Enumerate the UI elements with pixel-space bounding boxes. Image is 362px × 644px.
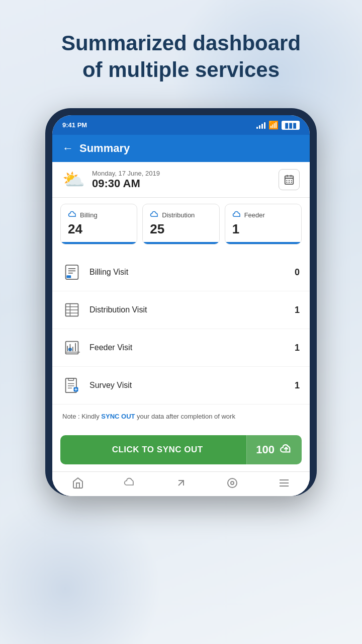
- status-bar-right: 📶 ▮▮▮: [256, 120, 300, 130]
- distribution-visit-row[interactable]: Distribution Visit 1: [52, 291, 310, 329]
- distribution-label: Distribution: [162, 211, 195, 219]
- svg-rect-14: [66, 275, 71, 278]
- feeder-label: Feeder: [244, 211, 265, 219]
- distribution-visit-count: 1: [295, 305, 300, 315]
- back-button[interactable]: ←: [62, 142, 73, 155]
- stat-card-distribution-header: Distribution: [150, 210, 212, 219]
- billing-label: Billing: [80, 211, 98, 219]
- note-prefix: Note : Kindly: [62, 413, 101, 420]
- billing-value: 24: [68, 221, 130, 237]
- time-text: 09:30 AM: [92, 177, 160, 190]
- sync-count-value: 100: [256, 443, 275, 456]
- survey-visit-row[interactable]: Survey Visit 1: [52, 367, 310, 405]
- billing-visit-row[interactable]: Billing Visit 0: [52, 254, 310, 291]
- sync-cloud-icon: [280, 443, 293, 457]
- note-suffix: your data after completion of work: [135, 413, 235, 420]
- svg-point-37: [228, 478, 237, 488]
- billing-visit-icon: [62, 263, 81, 282]
- nav-location[interactable]: [207, 477, 258, 489]
- distribution-visit-icon: [62, 300, 81, 319]
- bg-blob-bottom: [0, 493, 161, 644]
- distribution-value: 25: [150, 221, 212, 237]
- status-bar: 9:41 PM 📶 ▮▮▮: [52, 115, 310, 135]
- feeder-visit-count: 1: [295, 343, 300, 353]
- app-header: ← Summary: [52, 135, 310, 162]
- survey-visit-label: Survey Visit: [89, 381, 287, 390]
- date-info: ⛅ Monday, 17 June, 2019 09:30 AM: [62, 169, 160, 190]
- weather-icon: ⛅: [62, 169, 85, 190]
- status-time: 9:41 PM: [62, 121, 87, 129]
- nav-home[interactable]: [52, 477, 104, 489]
- phone-screen: 9:41 PM 📶 ▮▮▮ ← Summary ⛅: [52, 115, 310, 496]
- stat-card-billing[interactable]: Billing 24: [60, 204, 137, 245]
- billing-visit-label: Billing Visit: [89, 268, 287, 277]
- calendar-button[interactable]: [279, 169, 300, 190]
- stat-card-feeder-header: Feeder: [232, 210, 294, 219]
- wifi-icon: 📶: [268, 120, 279, 130]
- date-text: Monday, 17 June, 2019: [92, 170, 160, 177]
- nav-arrow[interactable]: [155, 477, 207, 489]
- svg-line-36: [178, 480, 184, 486]
- signal-icon: [256, 122, 265, 129]
- nav-menu[interactable]: [258, 477, 310, 489]
- battery-icon: ▮▮▮: [282, 121, 300, 130]
- nav-cloud[interactable]: [104, 477, 155, 489]
- sync-button-label: CLICK TO SYNC OUT: [60, 445, 246, 455]
- stats-row: Billing 24 Distribution 25: [52, 198, 310, 251]
- feeder-bar: [225, 242, 301, 244]
- feeder-visit-icon: [62, 338, 81, 357]
- billing-cloud-icon: [68, 210, 77, 219]
- feeder-visit-label: Feeder Visit: [89, 343, 287, 352]
- distribution-visit-label: Distribution Visit: [89, 305, 287, 314]
- feeder-value: 1: [232, 221, 294, 237]
- header-title: Summary: [79, 142, 130, 155]
- bottom-nav: [52, 471, 310, 496]
- stat-card-distribution[interactable]: Distribution 25: [142, 204, 219, 245]
- distribution-bar: [143, 242, 219, 244]
- distribution-cloud-icon: [150, 210, 159, 219]
- date-time-block: Monday, 17 June, 2019 09:30 AM: [92, 170, 160, 190]
- visit-list: Billing Visit 0 Distribution Visit: [52, 254, 310, 405]
- billing-bar: [61, 242, 137, 244]
- sync-button[interactable]: CLICK TO SYNC OUT 100: [60, 435, 302, 464]
- note-sync-link[interactable]: SYNC OUT: [101, 413, 135, 420]
- feeder-cloud-icon: [232, 210, 241, 219]
- page-title: Summarized dashboard of multiple service…: [0, 0, 362, 98]
- phone-mockup: 9:41 PM 📶 ▮▮▮ ← Summary ⛅: [45, 108, 317, 496]
- sync-button-count-area: 100: [246, 435, 302, 464]
- feeder-visit-row[interactable]: Feeder Visit 1: [52, 329, 310, 367]
- date-row: ⛅ Monday, 17 June, 2019 09:30 AM: [52, 162, 310, 198]
- note-section: Note : Kindly SYNC OUT your data after c…: [52, 405, 310, 428]
- stat-card-billing-header: Billing: [68, 210, 130, 219]
- svg-point-38: [231, 481, 234, 485]
- stat-card-feeder[interactable]: Feeder 1: [225, 204, 302, 245]
- survey-visit-count: 1: [295, 380, 300, 391]
- survey-visit-icon: [62, 376, 81, 395]
- billing-visit-count: 0: [295, 267, 300, 278]
- content-area: ⛅ Monday, 17 June, 2019 09:30 AM: [52, 162, 310, 496]
